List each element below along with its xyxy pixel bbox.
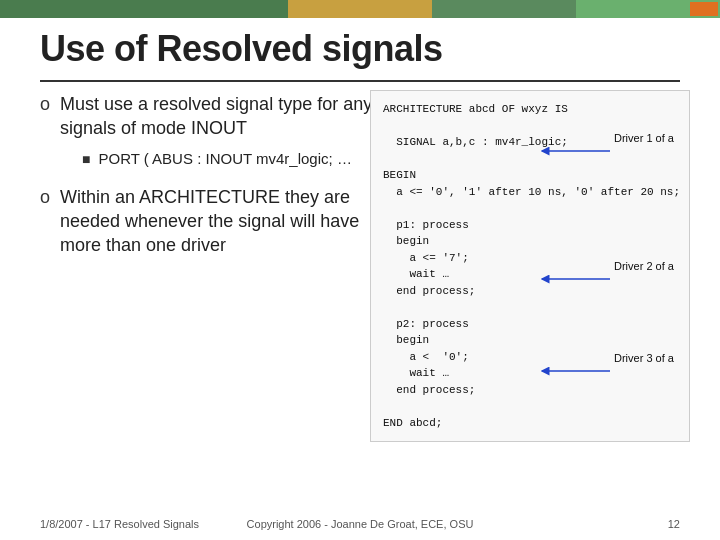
sub-bullet-text-1: PORT ( ABUS : INOUT mv4r_logic; …: [98, 149, 351, 169]
arrow3-label: Driver 3 of a: [614, 352, 674, 364]
title-divider: [40, 80, 680, 82]
top-color-bar: [0, 0, 720, 18]
footer-left: 1/8/2007 - L17 Resolved Signals: [40, 518, 199, 530]
arrow1-label: Driver 1 of a: [614, 132, 674, 144]
footer-copyright: Copyright 2006 - Joanne De Groat, ECE, O…: [247, 518, 474, 530]
arrow2-label: Driver 2 of a: [614, 260, 674, 272]
code-line-14: p2: process: [383, 316, 677, 333]
code-line-7: [383, 200, 677, 217]
code-line-20: END abcd;: [383, 415, 677, 432]
code-line-19: [383, 398, 677, 415]
footer-page: 12: [668, 518, 680, 530]
bullet-text-1: Must use a resolved signal type for any …: [60, 94, 372, 138]
left-content-area: o Must use a resolved signal type for an…: [40, 92, 380, 274]
top-right-accent: [690, 2, 718, 16]
bullet-item-2: o Within an ARCHITECTURE they are needed…: [40, 185, 380, 258]
bullet-text-2: Within an ARCHITECTURE they are needed w…: [60, 185, 380, 258]
bullet-dot-2: o: [40, 187, 50, 208]
code-line-15: begin: [383, 332, 677, 349]
code-line-13: [383, 299, 677, 316]
code-line-6: a <= '0', '1' after 10 ns, '0' after 20 …: [383, 184, 677, 201]
bullet-item-1: o Must use a resolved signal type for an…: [40, 92, 380, 169]
slide-title: Use of Resolved signals: [40, 28, 443, 70]
code-line-1: ARCHITECTURE abcd OF wxyz IS: [383, 101, 677, 118]
sub-bullet-dot-1: ■: [82, 151, 90, 167]
code-line-5: BEGIN: [383, 167, 677, 184]
code-line-18: end process;: [383, 382, 677, 399]
sub-bullet-1: ■ PORT ( ABUS : INOUT mv4r_logic; …: [82, 149, 380, 169]
code-line-8: p1: process: [383, 217, 677, 234]
code-line-9: begin: [383, 233, 677, 250]
bullet-dot-1: o: [40, 94, 50, 115]
